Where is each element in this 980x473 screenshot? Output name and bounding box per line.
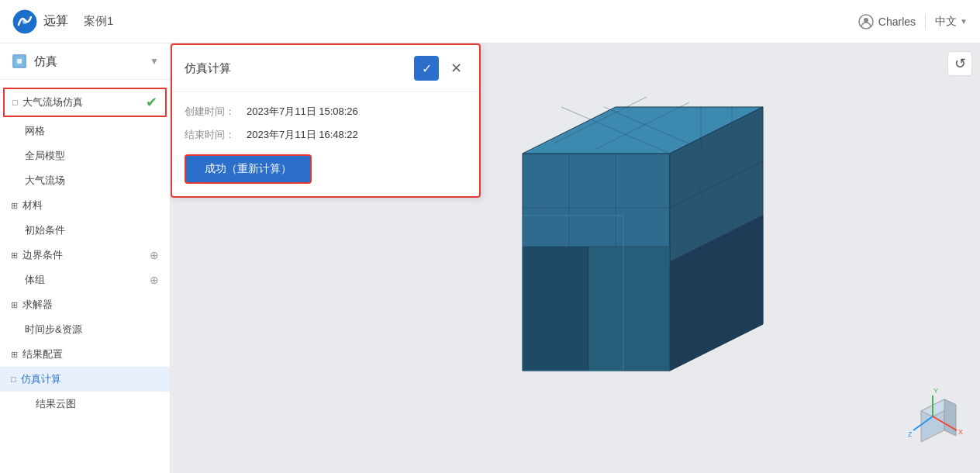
axis-indicator: Y Z X (906, 388, 968, 461)
checkmark-icon: ✓ (422, 61, 432, 76)
expand-icon: ⊞ (11, 350, 18, 360)
sidebar-item-global-model[interactable]: 全局模型 (0, 143, 170, 168)
sidebar-item-label: 求解器 (22, 298, 159, 312)
svg-marker-24 (523, 247, 588, 371)
refresh-icon: ↺ (954, 55, 966, 72)
language-selector[interactable]: 中文 ▼ (935, 15, 968, 29)
svg-rect-6 (17, 59, 22, 64)
user-info[interactable]: Charles (858, 14, 916, 29)
sidebar-item-label: 边界条件 (22, 248, 147, 262)
sidebar-item-label: 体组 (25, 273, 147, 287)
logo-text: 远算 (43, 13, 68, 29)
svg-marker-30 (944, 399, 956, 436)
add-icon[interactable]: ⊕ (150, 274, 159, 286)
content-area: ↺ Y Z X (171, 43, 980, 473)
expand-icon: ⊞ (11, 250, 18, 261)
expand-icon: ⊞ (11, 300, 18, 310)
sidebar-dropdown-icon[interactable]: ▼ (150, 56, 159, 67)
sidebar-item-label: 网格 (25, 124, 159, 138)
sidebar-item-volume-group[interactable]: 体组 ⊕ (0, 268, 170, 292)
created-time-label: 创建时间： (185, 105, 247, 119)
sidebar-item-label: 初始条件 (25, 223, 159, 237)
user-name: Charles (878, 16, 916, 28)
sidebar-item-result-config[interactable]: ⊞ 结果配置 (0, 342, 170, 367)
end-time-label: 结束时间： (185, 128, 247, 142)
end-time-value: 2023年7月11日 16:48:22 (247, 128, 358, 142)
sidebar-item-label: 大气流场仿真 (22, 95, 141, 109)
sidebar-item-label: 大气流场 (25, 174, 159, 188)
sidebar-item-atm-flow[interactable]: 大气流场 (0, 168, 170, 193)
header: 远算 案例1 Charles 中文 ▼ (0, 0, 980, 43)
3d-model-view (453, 91, 778, 425)
sidebar-item-timestep[interactable]: 时间步&资源 (0, 317, 170, 342)
axis-cube-svg: Y Z X (906, 388, 968, 457)
end-time-row: 结束时间： 2023年7月11日 16:48:22 (185, 128, 467, 142)
language-label: 中文 (935, 15, 957, 29)
simulation-panel: 仿真计算 ✓ ✕ 创建时间： 2023年7月11日 15:08:26 结束时间：… (171, 43, 481, 198)
sidebar-item-label: 材料 (22, 199, 159, 212)
sidebar-header: 仿真 ▼ (0, 43, 170, 80)
simulation-module-icon (11, 53, 28, 70)
sidebar-item-result-cloud[interactable]: 结果云图 (0, 392, 170, 416)
header-divider (925, 14, 926, 29)
sidebar-item-initial-cond[interactable]: 初始条件 (0, 218, 170, 243)
success-status-icon: ✔ (146, 94, 157, 111)
sidebar-tree: □ 大气流场仿真 ✔ 网格 全局模型 大气流场 ⊞ 材料 (0, 80, 170, 423)
created-time-row: 创建时间： 2023年7月11日 15:08:26 (185, 105, 467, 119)
sidebar-item-label: 结果云图 (36, 397, 159, 411)
sidebar-item-boundary-cond[interactable]: ⊞ 边界条件 ⊕ (0, 243, 170, 268)
close-icon: ✕ (450, 60, 462, 77)
svg-text:X: X (958, 428, 963, 436)
add-icon[interactable]: ⊕ (150, 249, 159, 261)
svg-point-3 (864, 18, 868, 22)
svg-point-1 (22, 19, 27, 24)
sim-panel-title: 仿真计算 (185, 61, 414, 76)
collapse-icon: □ (11, 375, 16, 384)
collapse-icon: □ (12, 98, 18, 107)
svg-text:Y: Y (933, 388, 938, 395)
sim-panel-header: 仿真计算 ✓ ✕ (172, 45, 479, 92)
svg-text:Z: Z (908, 430, 913, 438)
refresh-button[interactable]: ↺ (947, 51, 972, 76)
sidebar-item-material[interactable]: ⊞ 材料 (0, 193, 170, 218)
sidebar-item-solver[interactable]: ⊞ 求解器 (0, 292, 170, 317)
sim-panel-confirm-button[interactable]: ✓ (414, 56, 439, 81)
sidebar-item-label: 全局模型 (25, 149, 159, 163)
logo-icon (12, 9, 37, 34)
created-time-value: 2023年7月11日 15:08:26 (247, 105, 358, 119)
sidebar-module-label: 仿真 (34, 54, 143, 69)
action-area: 成功（重新计算） (185, 151, 467, 184)
logo-area: 远算 案例1 (12, 9, 113, 34)
top-right-controls: ↺ (947, 51, 972, 76)
sidebar-item-label: 仿真计算 (21, 372, 159, 386)
main-layout: 仿真 ▼ □ 大气流场仿真 ✔ 网格 全局模型 大气流场 (0, 43, 980, 473)
sim-panel-close-button[interactable]: ✕ (445, 57, 467, 79)
project-name: 案例1 (84, 14, 113, 29)
sidebar: 仿真 ▼ □ 大气流场仿真 ✔ 网格 全局模型 大气流场 (0, 43, 171, 473)
header-right: Charles 中文 ▼ (858, 14, 968, 29)
chevron-down-icon: ▼ (960, 17, 968, 26)
expand-icon: ⊞ (11, 201, 18, 211)
sidebar-item-label: 时间步&资源 (25, 323, 159, 337)
sidebar-item-label: 结果配置 (22, 347, 159, 361)
sidebar-item-grid[interactable]: 网格 (0, 119, 170, 143)
sim-panel-body: 创建时间： 2023年7月11日 15:08:26 结束时间： 2023年7月1… (172, 92, 479, 196)
sidebar-item-atmospheric-sim[interactable]: □ 大气流场仿真 ✔ (3, 88, 167, 117)
recalculate-button[interactable]: 成功（重新计算） (185, 154, 312, 184)
sidebar-item-sim-calc[interactable]: □ 仿真计算 (0, 367, 170, 392)
svg-marker-25 (588, 247, 670, 371)
user-icon (858, 14, 874, 29)
